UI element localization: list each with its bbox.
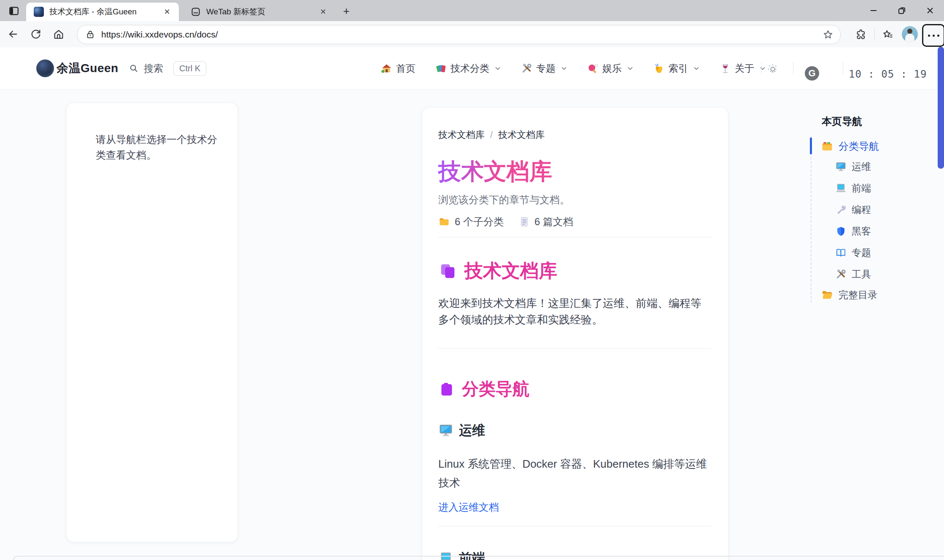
search-shortcut-badge: Ctrl K [173, 61, 206, 76]
page-nav-item-frontend[interactable]: 前端 [835, 181, 871, 195]
nav-label: 首页 [396, 62, 415, 75]
back-button[interactable] [6, 27, 20, 41]
page-nav-item-topics[interactable]: 专题 [835, 245, 871, 260]
page-subtitle: 浏览该分类下的章节与文档。 [438, 193, 712, 207]
nav-item-about[interactable]: 关于 [720, 62, 766, 75]
house-icon [381, 63, 392, 74]
page-nav-label: 完整目录 [839, 288, 877, 302]
breadcrumb-item[interactable]: 技术文档库 [498, 129, 545, 141]
nav-item-entertainment[interactable]: 娱乐 [587, 62, 634, 75]
browser-tab-inactive[interactable]: WeTab 新标签页 ✕ [183, 3, 335, 21]
address-bar[interactable]: https://wiki.xxdevops.cn/docs/ [77, 25, 841, 44]
welcome-heading: 技术文档库 [464, 258, 557, 283]
header-divider [761, 62, 762, 75]
category-ops-heading-row: 运维 [438, 422, 712, 439]
browser-menu-button[interactable] [922, 24, 944, 47]
tab-close-icon[interactable]: ✕ [317, 6, 329, 18]
profile-avatar[interactable] [902, 26, 918, 42]
welcome-text: 欢迎来到技术文档库！这里汇集了运维、前端、编程等多个领域的技术文章和实践经验。 [438, 295, 712, 328]
header-divider [793, 62, 793, 75]
enter-ops-docs-link[interactable]: 进入运维文档 [438, 501, 499, 514]
url-text[interactable]: https://wiki.xxdevops.cn/docs/ [101, 30, 823, 40]
pingpong-icon [587, 63, 599, 74]
chevron-down-icon [693, 65, 700, 72]
page-nav-item-hacker[interactable]: 黑客 [835, 224, 871, 238]
refresh-button[interactable] [29, 27, 43, 41]
lock-icon[interactable] [85, 30, 95, 40]
page-nav-label: 工具 [852, 268, 871, 281]
hammer-wrench-icon [835, 269, 847, 280]
nav-item-home[interactable]: 首页 [381, 62, 415, 75]
avatar-head [907, 29, 912, 34]
article-card: 技术文档库 / 技术文档库 技术文档库 浏览该分类下的章节与文档。 6 个子分类 [422, 107, 728, 560]
page-title: 技术文档库 [438, 159, 552, 184]
avatar-body [905, 34, 914, 42]
page-nav-item-tools[interactable]: 工具 [835, 267, 871, 281]
nav-label: 关于 [735, 62, 754, 75]
chevron-down-icon [759, 65, 766, 72]
laptop-icon [835, 183, 847, 194]
page-nav-item-full-toc[interactable]: 完整目录 [821, 288, 877, 302]
desktop-icon [835, 161, 847, 172]
stats-row: 6 个子分类 6 篇文档 [438, 215, 712, 229]
wetab-favicon [191, 7, 201, 17]
divider [438, 237, 712, 237]
ellipsis-icon [928, 35, 939, 37]
category-nav-heading-row: 分类导航 [438, 377, 712, 401]
page-nav-label: 运维 [852, 160, 871, 173]
search-label: 搜索 [144, 62, 163, 75]
browser-toolbar: https://wiki.xxdevops.cn/docs/ [0, 21, 944, 48]
logo-avatar [36, 59, 54, 77]
vertical-tabs-icon [8, 5, 19, 16]
favorite-star-icon[interactable] [823, 29, 833, 40]
chevron-down-icon [561, 65, 567, 72]
breadcrumb-item[interactable]: 技术文档库 [438, 129, 485, 141]
nav-item-topics[interactable]: 专题 [521, 62, 567, 75]
nav-label: 索引 [669, 62, 688, 75]
shield-icon [835, 226, 847, 237]
nav-label: 技术分类 [450, 62, 489, 75]
page-nav-label: 专题 [852, 246, 871, 259]
vertical-tabs-button[interactable] [7, 4, 21, 18]
close-button[interactable] [916, 0, 944, 21]
wine-icon [720, 63, 731, 74]
content-wrapper-edge [13, 556, 944, 560]
bookmark-tabs-icon [438, 261, 458, 281]
home-button[interactable] [51, 27, 66, 41]
page-nav-item-programming[interactable]: 编程 [835, 202, 871, 217]
page-nav-item-category-nav[interactable]: 分类导航 [821, 139, 879, 153]
browser-window: 技术文档库 - 余温Gueen ✕ WeTab 新标签页 ✕ + [0, 0, 944, 560]
tab-title: WeTab 新标签页 [206, 6, 314, 17]
search-box[interactable]: 搜索 Ctrl K [129, 59, 206, 77]
restore-button[interactable] [887, 0, 916, 21]
new-tab-button[interactable]: + [340, 5, 353, 17]
nav-item-index[interactable]: 索引 [653, 62, 700, 75]
nav-label: 娱乐 [602, 62, 622, 75]
clap-icon [653, 63, 665, 74]
stat-label: 6 篇文档 [534, 215, 573, 229]
g-badge-button[interactable]: G [805, 66, 819, 81]
sun-icon [767, 64, 778, 75]
minimize-button[interactable] [859, 0, 887, 21]
tab-close-icon[interactable]: ✕ [161, 6, 173, 18]
category-nav-heading: 分类导航 [462, 377, 529, 401]
chevron-down-icon [627, 65, 634, 72]
desktop-icon [438, 423, 453, 438]
nav-label: 专题 [536, 62, 556, 75]
nav-item-categories[interactable]: 技术分类 [435, 62, 501, 75]
theme-toggle-button[interactable] [767, 63, 779, 75]
page-nav-item-ops[interactable]: 运维 [835, 159, 871, 174]
browser-tab-active[interactable]: 技术文档库 - 余温Gueen ✕ [26, 3, 179, 21]
open-book-icon [835, 247, 847, 258]
document-count: 6 篇文档 [519, 215, 573, 229]
wrench-icon [835, 204, 847, 215]
page-scrollbar-thumb[interactable] [938, 47, 944, 169]
main-nav: 首页 技术分类 专题 [381, 47, 766, 89]
extensions-button[interactable] [854, 27, 869, 42]
favorites-bar-button[interactable] [880, 27, 895, 42]
chevron-down-icon [494, 65, 501, 72]
stat-label: 6 个子分类 [455, 215, 504, 229]
site-logo[interactable]: 余温Gueen [36, 59, 119, 77]
site-header: 余温Gueen 搜索 Ctrl K 首页 技术分类 [0, 47, 944, 90]
header-divider [843, 62, 843, 75]
